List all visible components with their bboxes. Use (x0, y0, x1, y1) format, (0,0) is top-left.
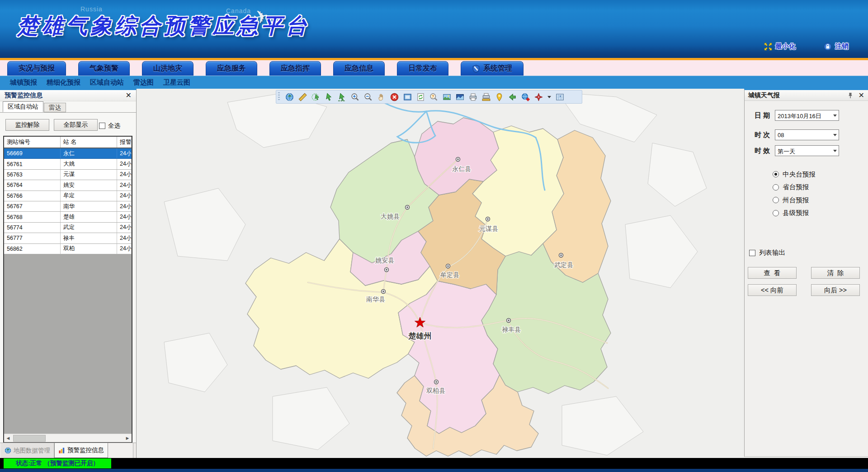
station-name-cell: 禄丰 (61, 233, 117, 243)
print-tool[interactable] (468, 92, 478, 102)
select-free-tool[interactable] (337, 92, 347, 102)
marker-tool[interactable] (494, 92, 505, 102)
hour-select[interactable]: 08 (775, 129, 839, 140)
county-seat-dot (487, 218, 488, 219)
clear-button[interactable]: 清 除 (811, 267, 860, 279)
county-seat-dot (406, 206, 408, 208)
compass-icon (534, 93, 543, 101)
nav-tab-label: 应急指挥 (281, 64, 310, 73)
zoom-out-tool[interactable] (363, 92, 373, 102)
full-extent-tool[interactable] (402, 92, 413, 102)
scroll-right-icon[interactable]: ► (123, 434, 132, 442)
app-title: 楚雄气象综合预警应急平台 (17, 12, 310, 40)
image-tool[interactable] (442, 92, 452, 102)
select-arrow-tool[interactable] (324, 92, 334, 102)
full-extent-icon (403, 93, 412, 101)
pan-tool[interactable] (376, 92, 387, 102)
compass-tool[interactable] (533, 92, 544, 102)
neighbor-region (273, 387, 349, 450)
nav-tab-1[interactable]: 实况与预报 (7, 61, 66, 76)
add-layer-icon (521, 93, 530, 101)
status-badge: 状态:正常 （预警监测已开启） (4, 458, 111, 468)
hour-label: 时 次 (755, 131, 770, 139)
stop-icon (390, 93, 399, 101)
chevron-down-icon (833, 134, 837, 136)
bottom-tab-2[interactable]: 预警监控信息 (54, 443, 108, 458)
table-row[interactable]: 56763元谋24小 (4, 170, 132, 180)
minimize-button[interactable]: 最小化 (764, 42, 796, 51)
view-button[interactable]: 查 看 (748, 267, 797, 279)
validity-select[interactable]: 第一天 (775, 145, 839, 156)
subnav-item-5[interactable]: 卫星云图 (163, 78, 190, 87)
alarm-cell: 24小 (117, 180, 132, 190)
station-id-cell: 56669 (4, 148, 61, 158)
radio-forecast-3[interactable]: 州台预报 (773, 196, 809, 204)
identify-icon: ? (429, 93, 438, 101)
table-row[interactable]: 56669永仁24小 (4, 148, 132, 159)
save-image-tool[interactable] (455, 92, 465, 102)
list-output-checkbox[interactable]: 列表输出 (749, 248, 785, 257)
tool-dropdown-caret-icon[interactable] (547, 96, 551, 98)
tab-region-autostation[interactable]: 区域自动站 (3, 101, 43, 112)
nav-tab-2[interactable]: 气象预警 (78, 61, 130, 76)
radio-forecast-4[interactable]: 县级预报 (773, 209, 809, 217)
toolbar-grip[interactable] (278, 92, 280, 101)
radio-forecast-1[interactable]: 中央台预报 (773, 170, 816, 178)
subnav-item-2[interactable]: 精细化预报 (47, 78, 80, 87)
table-row[interactable]: 56767南华24小 (4, 201, 132, 212)
table-row[interactable]: 56777禄丰24小 (4, 233, 132, 243)
nav-tab-3[interactable]: 山洪地灾 (142, 61, 193, 76)
add-layer-tool[interactable] (520, 92, 531, 102)
chevron-down-icon (833, 114, 837, 117)
back-tool[interactable] (507, 92, 518, 102)
close-icon[interactable]: ✕ (126, 92, 132, 99)
select-area-tool[interactable] (311, 92, 321, 102)
table-row[interactable]: 56774武定24小 (4, 223, 132, 233)
print-setup-tool[interactable] (481, 92, 491, 102)
nav-tab-7[interactable]: 日常发布 (397, 61, 448, 76)
scrollbar-thumb[interactable] (13, 435, 46, 442)
nav-tab-5[interactable]: 应急指挥 (269, 61, 321, 76)
zoom-in-tool[interactable] (350, 92, 360, 102)
table-row[interactable]: 56862双柏24小 (4, 244, 132, 254)
blocks-icon (58, 447, 65, 454)
prefecture-map[interactable]: 南华县双柏县禄丰县武定县元谋县大姚县姚安县牟定县永仁县楚雄州 (137, 89, 744, 458)
next-button[interactable]: 向后 >> (811, 284, 860, 296)
table-row[interactable]: 56768楚雄24小 (4, 212, 132, 222)
nav-tab-4[interactable]: 应急服务 (206, 61, 257, 76)
globe-tool[interactable] (284, 92, 295, 102)
validity-field: 时 效 第一天 (745, 145, 868, 156)
close-icon[interactable]: ✕ (859, 92, 864, 99)
alarm-cell: 24小 (117, 212, 132, 222)
unmonitor-button[interactable]: 监控解除 (5, 119, 49, 131)
horizontal-scrollbar[interactable]: ◄ ► (4, 434, 132, 442)
nav-tab-6[interactable]: 应急信息 (333, 61, 385, 76)
table-row[interactable]: 56761大姚24小 (4, 159, 132, 169)
col-station-id: 测站编号 (4, 137, 61, 148)
prev-button[interactable]: << 向前 (748, 284, 797, 296)
map-viewport[interactable]: 南华县双柏县禄丰县武定县元谋县大姚县姚安县牟定县永仁县楚雄州 ? (137, 89, 744, 458)
show-all-button[interactable]: 全部显示 (54, 119, 98, 131)
table-row[interactable]: 56764姚安24小 (4, 180, 132, 191)
bottom-tab-label: 地图数据管理 (14, 447, 50, 455)
neighbor-region (164, 333, 227, 392)
subnav-item-3[interactable]: 区域自动站 (90, 78, 124, 87)
subnav-item-4[interactable]: 雷达图 (133, 78, 154, 87)
measure-tool[interactable] (297, 92, 308, 102)
identify-tool[interactable]: ? (429, 92, 439, 102)
pin-icon[interactable] (847, 92, 854, 99)
stop-tool[interactable] (389, 92, 400, 102)
county-seat-dot (447, 265, 448, 267)
tab-radar[interactable]: 雷达 (44, 103, 66, 112)
bottom-tab-1[interactable]: 地图数据管理 (1, 443, 54, 458)
radio-forecast-2[interactable]: 省台预报 (773, 183, 809, 191)
overview-map-tool[interactable] (555, 92, 565, 102)
date-select[interactable]: 2013年10月16日 (775, 110, 839, 121)
select-all-checkbox[interactable]: 全选 (99, 122, 120, 130)
scroll-left-icon[interactable]: ◄ (4, 434, 12, 442)
logout-button[interactable]: 注销 (824, 42, 849, 51)
table-row[interactable]: 56766牟定24小 (4, 191, 132, 201)
refresh-tool[interactable] (415, 92, 426, 102)
nav-tab-8[interactable]: 系统管理 (461, 61, 524, 76)
subnav-item-1[interactable]: 城镇预报 (10, 78, 37, 87)
